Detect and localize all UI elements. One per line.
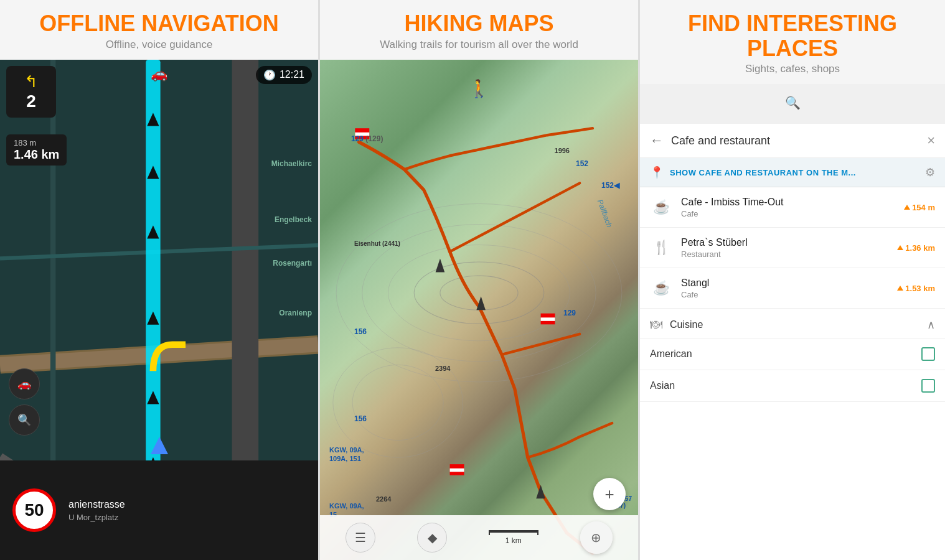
trail-152-label-2: 152◀: [601, 181, 619, 190]
dist-triangle-1: [897, 245, 903, 250]
nav-bottom-bar: 50 anienstrasse U Mor_tzplatz: [0, 460, 318, 560]
clock-time: 12:21: [280, 69, 304, 80]
cuisine-section-header: 🍽 Cuisine ∧: [640, 309, 945, 338]
show-map-row[interactable]: 📍 SHOW CAFE AND RESTAURANT ON THE M... ⚙: [640, 158, 945, 187]
clock-badge: 🕐 12:21: [256, 66, 312, 84]
chevron-up-icon[interactable]: ∧: [927, 318, 935, 332]
place-item-0[interactable]: ☕ Cafe - Imbiss Time-Out Cafe 154 m: [640, 187, 945, 228]
trail-129-right: 129: [563, 309, 576, 317]
current-position-marker: [151, 437, 168, 454]
speed-limit-sign: 50: [12, 488, 56, 532]
fab-button[interactable]: +: [593, 478, 626, 510]
car-mode-button[interactable]: 🚗: [9, 368, 40, 399]
panel3-title-line2: PLACES: [646, 36, 939, 61]
cuisine-title-row: 🍽 Cuisine: [650, 317, 703, 332]
elev-1996: 1996: [555, 147, 570, 154]
distance-km: 1.46 km: [14, 147, 59, 162]
locate-button[interactable]: ⊕: [580, 521, 613, 554]
panel2-subtitle: Walking trails for tourism all over the …: [326, 39, 632, 51]
label-rosengarten: Rosengartı: [273, 259, 312, 268]
svg-point-18: [388, 245, 570, 340]
place-icon-0: ☕: [650, 196, 672, 218]
svg-point-19: [414, 262, 544, 324]
svg-rect-26: [450, 468, 464, 472]
label-oranienp: Oranienp: [279, 309, 312, 317]
dist-triangle-2: [897, 286, 903, 291]
filter-item-asian[interactable]: Asian: [640, 370, 945, 402]
hiking-maps-panel: HIKING MAPS Walking trails for tourism a…: [320, 0, 638, 560]
nav-top-bar: ↰ 2 🕐 12:21: [6, 66, 312, 118]
trail-156-label: 156: [354, 327, 367, 336]
svg-marker-29: [436, 258, 445, 272]
street-name-2: U Mor_tzplatz: [68, 513, 306, 522]
place-info-1: Petra`s Stüberl Restaurant: [681, 237, 888, 259]
place-info-2: Stangl Cafe: [681, 278, 888, 299]
find-places-panel: FIND INTERESTING PLACES Sights, cafes, s…: [640, 0, 945, 560]
filter-label-asian: Asian: [650, 380, 913, 391]
cuisine-icon: 🍽: [650, 317, 662, 332]
hiker-icon: 🚶: [468, 78, 490, 99]
checkbox-asian[interactable]: [921, 379, 935, 393]
filter-label-american: American: [650, 348, 913, 360]
places-list: ☕ Cafe - Imbiss Time-Out Cafe 154 m 🍴 Pe…: [640, 187, 945, 560]
cuisine-label: Cuisine: [670, 319, 703, 330]
menu-button[interactable]: ☰: [346, 523, 375, 553]
hiking-map: 🚶 129 (129) 152 152◀ 156 129 156 1996 23…: [320, 60, 638, 560]
filter-item-american[interactable]: American: [640, 338, 945, 370]
category-title: Cafe and restaurant: [671, 134, 919, 147]
nav-controls: 🚗 🔍: [9, 368, 40, 436]
place-name-2: Stangl: [681, 278, 888, 289]
place-info-0: Cafe - Imbiss Time-Out Cafe: [681, 197, 895, 218]
place-item-1[interactable]: 🍴 Petra`s Stüberl Restaurant 1.36 km: [640, 228, 945, 268]
street-name-text: anienstrasse: [68, 499, 306, 510]
panel1-header: OFFLINE NAVIGATION Offline, voice guidan…: [0, 0, 318, 60]
peak-eisenhut: Eisenhut (2441): [354, 240, 400, 247]
elev-2394: 2394: [435, 365, 450, 372]
distance-meters: 183 m: [14, 138, 59, 147]
svg-point-22: [352, 365, 443, 440]
turn-number: 2: [26, 91, 36, 111]
place-type-1: Restaurant: [681, 250, 888, 259]
search-button[interactable]: 🔍: [9, 404, 40, 436]
place-distance-2: 1.53 km: [897, 284, 935, 293]
place-distance-0: 154 m: [904, 203, 935, 212]
street-name: anienstrasse U Mor_tzplatz: [68, 499, 306, 522]
trail-156-bottom: 156: [354, 414, 367, 423]
filter-icon[interactable]: ⚙: [925, 166, 935, 179]
location-pin-icon: 📍: [650, 166, 664, 179]
show-map-text: SHOW CAFE AND RESTAURANT ON THE M...: [670, 168, 919, 177]
label-michaelkirc: Michaelkirc: [271, 159, 312, 168]
place-type-0: Cafe: [681, 209, 895, 218]
trail-129-label: 129 (129): [351, 134, 383, 143]
scale-bar: 1 km: [489, 530, 538, 545]
directions-button[interactable]: ◆: [417, 523, 447, 553]
panel3-header: FIND INTERESTING PLACES Sights, cafes, s…: [640, 0, 945, 84]
category-bar: ← Cafe and restaurant ×: [640, 124, 945, 158]
place-icon-1: 🍴: [650, 236, 672, 259]
search-icon[interactable]: 🔍: [780, 90, 805, 115]
offline-navigation-panel: OFFLINE NAVIGATION Offline, voice guidan…: [0, 0, 318, 560]
speed-limit-value: 50: [24, 500, 44, 520]
search-bar-area: 🔍: [640, 84, 945, 124]
kgw-label: KGW, 09A,109A, 151: [329, 446, 364, 464]
place-name-1: Petra`s Stüberl: [681, 237, 888, 248]
panel2-title: HIKING MAPS: [326, 11, 632, 36]
dist-triangle-0: [904, 205, 910, 210]
place-item-2[interactable]: ☕ Stangl Cafe 1.53 km: [640, 268, 945, 309]
panel3-subtitle: Sights, cafes, shops: [646, 63, 939, 75]
panel3-title-line1: FIND INTERESTING: [646, 11, 939, 36]
svg-rect-28: [541, 317, 555, 321]
trail-152-label-1: 152: [576, 159, 588, 168]
hiking-bottom-bar: ☰ ◆ 1 km ⊕: [320, 515, 638, 560]
panel1-subtitle: Offline, voice guidance: [6, 39, 312, 51]
scale-text: 1 km: [505, 536, 522, 545]
clock-icon: 🕐: [263, 69, 276, 81]
scale-bottom: [489, 533, 538, 535]
place-icon-2: ☕: [650, 277, 672, 299]
close-button[interactable]: ×: [927, 133, 935, 149]
svg-point-16: [336, 203, 622, 382]
elev-2264: 2264: [376, 495, 391, 503]
back-button[interactable]: ←: [650, 133, 664, 149]
distance-box: 183 m 1.46 km: [6, 134, 67, 166]
checkbox-american[interactable]: [921, 347, 935, 361]
